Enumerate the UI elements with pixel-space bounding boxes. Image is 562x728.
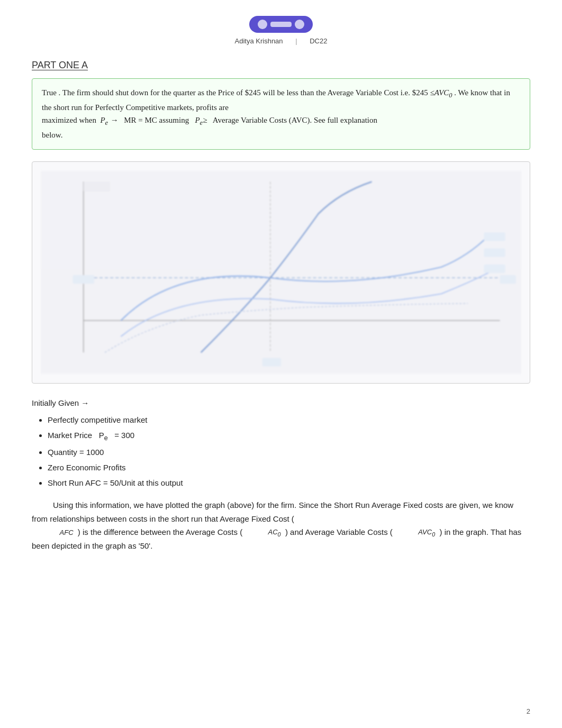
answer-line2: maximized when Pe → MR = MC assuming Pe≥…	[42, 116, 377, 124]
answer-box: True . The firm should shut down for the…	[32, 78, 530, 150]
part-title: PART ONE A	[32, 60, 530, 71]
svg-rect-11	[84, 181, 110, 191]
svg-rect-8	[73, 275, 94, 284]
logo-rect	[270, 22, 292, 27]
svg-rect-5	[484, 232, 505, 241]
graph-inner	[41, 170, 521, 375]
list-item: Perfectly competitive market	[48, 413, 530, 427]
svg-rect-0	[41, 171, 521, 374]
list-item: Short Run AFC = 50/Unit at this output	[48, 476, 530, 490]
list-item: Quantity = 1000	[48, 445, 530, 459]
bullet-text: Market Price Pe = 300	[48, 431, 134, 440]
course-code: DC22	[310, 37, 327, 45]
separator: |	[295, 37, 297, 45]
page-header: Aditya Krishnan | DC22	[32, 16, 530, 45]
ac-formula: AC0	[247, 526, 280, 539]
bullet-text: Zero Economic Profits	[48, 463, 126, 472]
logo-dot2	[295, 20, 304, 29]
list-item: Zero Economic Profits	[48, 460, 530, 475]
page: Aditya Krishnan | DC22 PART ONE A True .…	[0, 0, 562, 728]
svg-rect-9	[500, 275, 516, 284]
svg-rect-7	[484, 265, 505, 273]
bullet-list: Perfectly competitive market Market Pric…	[48, 413, 530, 490]
svg-rect-6	[484, 248, 505, 257]
bullet-text: Quantity = 1000	[48, 448, 104, 457]
bullet-text: Perfectly competitive market	[48, 415, 147, 424]
list-item: Market Price Pe = 300	[48, 428, 530, 444]
graph-svg	[41, 170, 521, 375]
answer-line1: True . The firm should shut down for the…	[42, 88, 510, 112]
answer-line3: below.	[42, 131, 62, 139]
graph-container	[32, 161, 530, 384]
author-name: Aditya Krishnan	[235, 37, 283, 45]
logo	[249, 16, 313, 33]
avc-formula: AVC0	[397, 526, 435, 539]
math-leq: ≤AVC0	[430, 88, 452, 97]
math-pe: Pe →	[100, 116, 117, 124]
logo-dot	[258, 20, 267, 29]
bullet-text: Short Run AFC = 50/Unit at this output	[48, 478, 183, 487]
svg-rect-10	[262, 358, 281, 366]
initially-given-label: Initially Given →	[32, 398, 530, 407]
afc-formula: AFC	[39, 527, 74, 539]
page-number: 2	[527, 707, 530, 715]
math-pe2: Pe≥	[195, 116, 207, 124]
header-meta: Aditya Krishnan | DC22	[230, 37, 333, 45]
explanation-paragraph: Using this information, we have plotted …	[32, 498, 530, 553]
